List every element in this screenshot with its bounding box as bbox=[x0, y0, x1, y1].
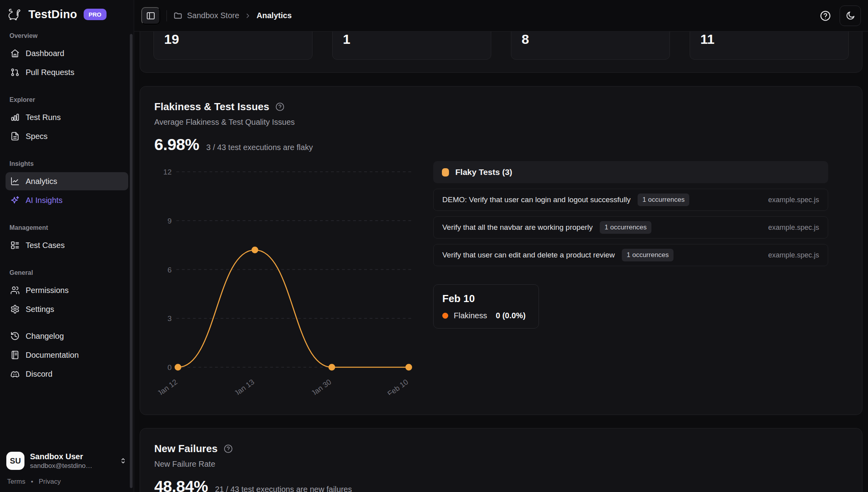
section-label-insights: Insights bbox=[6, 156, 128, 171]
sidebar-item-analytics[interactable]: Analytics bbox=[6, 172, 128, 190]
section-label-management: Management bbox=[6, 220, 128, 235]
stat-card: 11 bbox=[690, 32, 849, 60]
notebook-icon bbox=[10, 350, 20, 360]
help-circle-icon[interactable] bbox=[275, 102, 285, 112]
sidebar-item-specs[interactable]: Specs bbox=[6, 127, 128, 145]
sidebar-item-discord[interactable]: Discord bbox=[6, 365, 128, 383]
line-chart-icon bbox=[10, 177, 20, 186]
stat-value: 1 bbox=[343, 32, 350, 47]
privacy-link[interactable]: Privacy bbox=[39, 478, 61, 486]
content: 19 1 8 11 Flakiness & Test Issues Averag… bbox=[134, 32, 868, 492]
history-icon bbox=[10, 331, 20, 341]
layout-list-icon bbox=[10, 240, 20, 250]
sidebar-item-label: Test Cases bbox=[26, 241, 65, 250]
flakiness-series-dot-icon bbox=[442, 313, 448, 319]
sidebar-item-documentation[interactable]: Documentation bbox=[6, 346, 128, 364]
svg-text:0: 0 bbox=[167, 363, 172, 372]
flakiness-metric: 6.98% bbox=[154, 135, 199, 154]
legal-links: Terms • Privacy bbox=[0, 475, 134, 492]
pro-badge: PRO bbox=[84, 9, 107, 20]
brand[interactable]: TestDino PRO bbox=[0, 0, 134, 26]
flaky-legend-label: Flaky Tests (3) bbox=[455, 167, 512, 177]
sidebar-item-test-cases[interactable]: Test Cases bbox=[6, 236, 128, 254]
sidebar-item-dashboard[interactable]: Dashboard bbox=[6, 44, 128, 62]
tooltip-series-value: 0 (0.0%) bbox=[496, 311, 526, 320]
sidebar-item-label: Permissions bbox=[26, 286, 69, 295]
sidebar-item-ai-insights[interactable]: AI Insights bbox=[6, 191, 128, 209]
help-circle-icon[interactable] bbox=[223, 444, 233, 454]
tooltip-series-label: Flakiness bbox=[454, 311, 487, 320]
sidebar-item-label: Discord bbox=[26, 370, 52, 379]
section-label-general: General bbox=[6, 265, 128, 280]
home-icon bbox=[10, 49, 20, 58]
spec-file: example.spec.js bbox=[768, 196, 819, 204]
occurrences-badge: 1 occurrences bbox=[622, 249, 673, 261]
spec-file: example.spec.js bbox=[768, 251, 819, 259]
flakiness-chart[interactable]: 036912Jan 12Jan 13Jan 30Feb 10 bbox=[154, 161, 415, 395]
sidebar-item-changelog[interactable]: Changelog bbox=[6, 327, 128, 345]
flakiness-title: Flakiness & Test Issues bbox=[154, 101, 269, 113]
flaky-legend-swatch-icon bbox=[442, 168, 449, 177]
svg-text:3: 3 bbox=[167, 314, 172, 323]
brand-name: TestDino bbox=[28, 8, 77, 21]
spec-file: example.spec.js bbox=[768, 223, 819, 232]
git-pull-request-icon bbox=[10, 68, 20, 77]
new-failures-metric: 48.84% bbox=[154, 477, 208, 492]
sidebar: TestDino PRO Overview Dashboard Pull Req… bbox=[0, 0, 134, 492]
test-name: DEMO: Verify that user can login and log… bbox=[442, 195, 630, 204]
sidebar-scrollbar[interactable] bbox=[130, 34, 133, 488]
folder-icon bbox=[173, 11, 182, 20]
user-menu[interactable]: SU Sandbox User sandbox@testdino.co… bbox=[0, 447, 134, 475]
flaky-test-row[interactable]: DEMO: Verify that user can login and log… bbox=[433, 189, 828, 211]
user-email: sandbox@testdino.co… bbox=[30, 462, 93, 470]
svg-text:Jan 13: Jan 13 bbox=[233, 377, 256, 395]
sidebar-item-test-runs[interactable]: Test Runs bbox=[6, 108, 128, 126]
svg-text:6: 6 bbox=[167, 266, 172, 274]
chevron-right-icon bbox=[244, 12, 252, 20]
topbar: Sandbox Store Analytics bbox=[134, 0, 868, 32]
terms-link[interactable]: Terms bbox=[7, 478, 25, 486]
new-failures-subtitle: New Failure Rate bbox=[154, 460, 848, 469]
sidebar-item-label: Test Runs bbox=[26, 113, 61, 122]
sidebar-item-label: Changelog bbox=[26, 332, 64, 341]
stat-value: 19 bbox=[164, 32, 179, 47]
breadcrumb-page: Analytics bbox=[256, 11, 292, 20]
sidebar-item-label: Specs bbox=[26, 132, 48, 141]
flakiness-card: Flakiness & Test Issues Average Flakines… bbox=[140, 86, 862, 415]
topbar-divider bbox=[166, 10, 167, 21]
sidebar-item-label: Documentation bbox=[26, 351, 79, 360]
flaky-test-row[interactable]: Verify that user can edit and delete a p… bbox=[433, 244, 828, 266]
file-text-icon bbox=[10, 131, 20, 141]
occurrences-badge: 1 occurrences bbox=[600, 221, 651, 234]
occurrences-badge: 1 occurrences bbox=[638, 193, 689, 206]
svg-text:12: 12 bbox=[163, 168, 172, 176]
discord-icon bbox=[10, 369, 20, 379]
svg-text:9: 9 bbox=[167, 217, 172, 225]
sidebar-item-label: Settings bbox=[26, 305, 54, 314]
help-icon[interactable] bbox=[819, 9, 832, 22]
new-failures-card: New Failures New Failure Rate 48.84% 21 … bbox=[140, 428, 862, 492]
theme-toggle-button[interactable] bbox=[840, 6, 861, 26]
sidebar-item-label: Pull Requests bbox=[26, 68, 74, 77]
sidebar-toggle-button[interactable] bbox=[141, 7, 160, 24]
users-icon bbox=[10, 285, 20, 295]
legal-separator: • bbox=[31, 478, 33, 486]
new-failures-metric-caption: 21 / 43 test executions are new failures bbox=[215, 485, 352, 492]
sidebar-nav: Overview Dashboard Pull Requests Explore… bbox=[0, 26, 134, 447]
breadcrumb: Sandbox Store Analytics bbox=[173, 11, 292, 20]
flakiness-metric-caption: 3 / 43 test executions are flaky bbox=[206, 143, 313, 152]
flakiness-subtitle: Average Flakiness & Test Quality Issues bbox=[154, 118, 848, 127]
bar-chart-icon bbox=[10, 113, 20, 122]
sidebar-item-label: Analytics bbox=[26, 177, 57, 186]
sidebar-item-pull-requests[interactable]: Pull Requests bbox=[6, 63, 128, 81]
flaky-test-row[interactable]: Verify that all the navbar are working p… bbox=[433, 216, 828, 238]
stats-summary-card: 19 1 8 11 bbox=[140, 32, 862, 73]
sidebar-item-settings[interactable]: Settings bbox=[6, 300, 128, 318]
sidebar-item-label: Dashboard bbox=[26, 49, 64, 58]
user-name: Sandbox User bbox=[30, 452, 93, 461]
sparkles-icon bbox=[10, 195, 20, 205]
sidebar-item-permissions[interactable]: Permissions bbox=[6, 281, 128, 299]
sidebar-item-label: AI Insights bbox=[26, 196, 62, 205]
chart-tooltip-card: Feb 10 Flakiness 0 (0.0%) bbox=[433, 284, 539, 329]
breadcrumb-project[interactable]: Sandbox Store bbox=[187, 11, 239, 20]
